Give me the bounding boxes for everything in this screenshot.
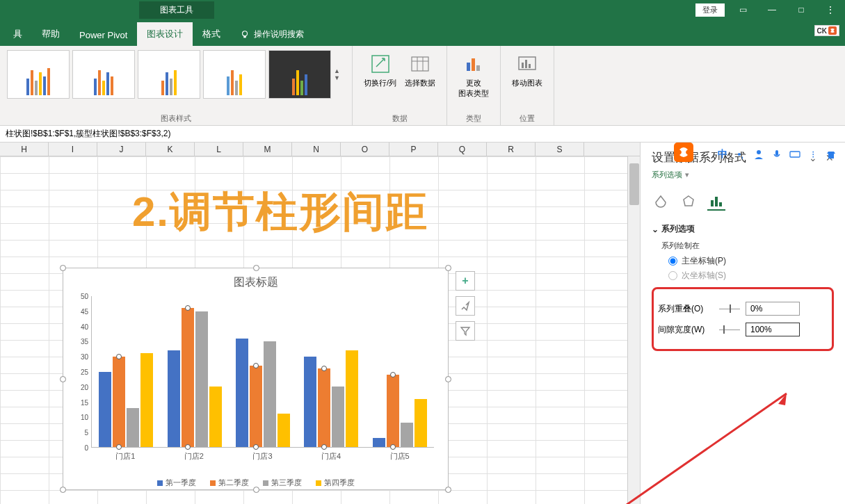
bar[interactable] — [250, 366, 262, 447]
primary-axis-radio[interactable]: 主坐标轴(P) — [668, 255, 834, 267]
close-button[interactable]: ⋮ — [816, 0, 845, 19]
column-header[interactable]: K — [146, 143, 195, 156]
resize-handle[interactable] — [60, 376, 66, 382]
chart-style-5[interactable] — [268, 50, 331, 99]
tab-format[interactable]: 格式 — [193, 22, 230, 46]
chart-filters-button[interactable] — [456, 321, 475, 341]
column-header[interactable]: P — [389, 143, 438, 156]
secondary-axis-radio[interactable]: 次坐标轴(S) — [668, 270, 834, 282]
bar[interactable] — [332, 387, 344, 447]
bar-group[interactable] — [92, 296, 160, 447]
select-data-button[interactable]: 选择数据 — [401, 50, 440, 91]
ime-lang-icon[interactable]: 中 — [716, 147, 730, 161]
bar[interactable] — [373, 438, 385, 447]
bar-group[interactable] — [297, 296, 365, 447]
column-header[interactable]: I — [49, 143, 97, 156]
column-header[interactable]: Q — [438, 143, 487, 156]
resize-handle[interactable] — [253, 265, 259, 271]
column-header[interactable]: R — [487, 143, 536, 156]
fill-line-tab-icon[interactable] — [652, 193, 670, 211]
chart-styles-button[interactable] — [456, 296, 475, 316]
login-button[interactable]: 登录 — [695, 3, 725, 17]
change-chart-type-button[interactable]: 更改 图表类型 — [454, 50, 493, 101]
series-options-dropdown[interactable]: 系列选项 ▾ — [652, 170, 834, 180]
bar-group[interactable] — [366, 296, 434, 447]
chart-title[interactable]: 图表标题 — [63, 268, 448, 293]
embedded-chart[interactable]: 图表标题 05101520253035404550 门店1门店2门店3门店4门店… — [63, 268, 449, 490]
switch-row-column-button[interactable]: 切换行/列 — [360, 50, 401, 91]
chart-style-gallery[interactable]: ▲▼ — [7, 50, 345, 99]
ime-keyboard-icon[interactable] — [788, 147, 802, 161]
bar[interactable] — [387, 375, 399, 447]
chart-style-4[interactable] — [203, 50, 266, 99]
ribbon-display-options-icon[interactable]: ▭ — [728, 0, 757, 19]
bar[interactable] — [195, 311, 208, 447]
bars-area[interactable] — [91, 296, 434, 448]
ime-mic-icon[interactable] — [770, 147, 784, 161]
series-overlap-slider[interactable] — [719, 309, 740, 309]
column-header[interactable]: O — [341, 143, 389, 156]
formula-bar[interactable]: 柱状图!$B$1:$F$1,簇型柱状图!$B$3:$F$3,2) — [0, 126, 845, 143]
bar[interactable] — [182, 308, 194, 447]
sogou-ime-badge[interactable] — [674, 143, 693, 162]
chart-style-3[interactable] — [138, 50, 200, 99]
bar[interactable] — [236, 339, 248, 447]
column-header[interactable]: L — [195, 143, 243, 156]
ime-punct-icon[interactable]: •, — [734, 147, 748, 161]
vertical-scrollbar[interactable] — [627, 156, 640, 504]
bar[interactable] — [401, 423, 413, 447]
legend-item[interactable]: 第二季度 — [210, 478, 249, 488]
tab-tools[interactable]: 具 — [3, 22, 32, 46]
series-overlap-input[interactable] — [746, 302, 800, 316]
gap-width-slider[interactable] — [719, 330, 740, 330]
resize-handle[interactable] — [60, 265, 66, 271]
bar[interactable] — [277, 414, 290, 447]
move-chart-button[interactable]: 移动图表 — [508, 50, 547, 91]
legend-item[interactable]: 第四季度 — [316, 478, 355, 488]
plot-area[interactable]: 05101520253035404550 门店1门店2门店3门店4门店5 — [91, 296, 434, 448]
column-header[interactable]: S — [536, 143, 584, 156]
worksheet-area[interactable]: HIJKLMNOPQRS 2.调节柱形间距 图表标题 0510152025303… — [0, 143, 640, 504]
column-header[interactable]: J — [97, 143, 146, 156]
bar[interactable] — [415, 399, 427, 447]
effects-tab-icon[interactable] — [679, 193, 698, 211]
chart-style-2[interactable] — [72, 50, 135, 99]
bar[interactable] — [140, 353, 153, 447]
bar[interactable] — [304, 357, 316, 447]
tab-help[interactable]: 帮助 — [32, 22, 70, 46]
bar[interactable] — [99, 372, 111, 448]
bar[interactable] — [264, 341, 276, 447]
chart-style-1[interactable] — [7, 50, 70, 99]
resize-handle[interactable] — [445, 376, 451, 382]
ime-skin-icon[interactable] — [824, 147, 838, 161]
column-header[interactable]: N — [292, 143, 341, 156]
series-options-tab-icon[interactable] — [707, 193, 725, 211]
series-options-section-header[interactable]: ⌄ 系列选项 — [652, 223, 834, 235]
resize-handle[interactable] — [445, 265, 451, 271]
legend-item[interactable]: 第一季度 — [157, 478, 196, 488]
bar[interactable] — [346, 350, 358, 447]
chart-legend[interactable]: 第一季度第二季度第三季度第四季度 — [63, 478, 448, 488]
bar-group[interactable] — [160, 296, 228, 447]
bar[interactable] — [127, 408, 139, 447]
column-header[interactable]: H — [0, 143, 49, 156]
bar[interactable] — [318, 368, 330, 447]
ime-settings-icon[interactable]: ⁝ — [806, 147, 820, 161]
tell-me-search[interactable]: 操作说明搜索 — [230, 23, 314, 46]
bar[interactable] — [168, 350, 180, 447]
bar[interactable] — [113, 357, 125, 447]
minimize-button[interactable]: — — [757, 0, 787, 19]
bar-group[interactable] — [229, 296, 297, 447]
tab-chart-design[interactable]: 图表设计 — [137, 22, 193, 46]
maximize-button[interactable]: □ — [787, 0, 816, 19]
bar[interactable] — [209, 387, 222, 447]
legend-item[interactable]: 第三季度 — [263, 478, 302, 488]
chart-elements-button[interactable]: + — [456, 271, 475, 291]
ime-user-icon[interactable] — [752, 147, 766, 161]
scrollbar-thumb[interactable] — [629, 163, 639, 205]
tab-powerpivot[interactable]: Power Pivot — [70, 24, 137, 46]
gallery-more-icon[interactable]: ▲▼ — [334, 50, 345, 99]
ime-toolbar[interactable]: 中 •, ⁝ — [716, 147, 838, 161]
gap-width-input[interactable] — [746, 323, 800, 336]
column-header[interactable]: M — [243, 143, 292, 156]
